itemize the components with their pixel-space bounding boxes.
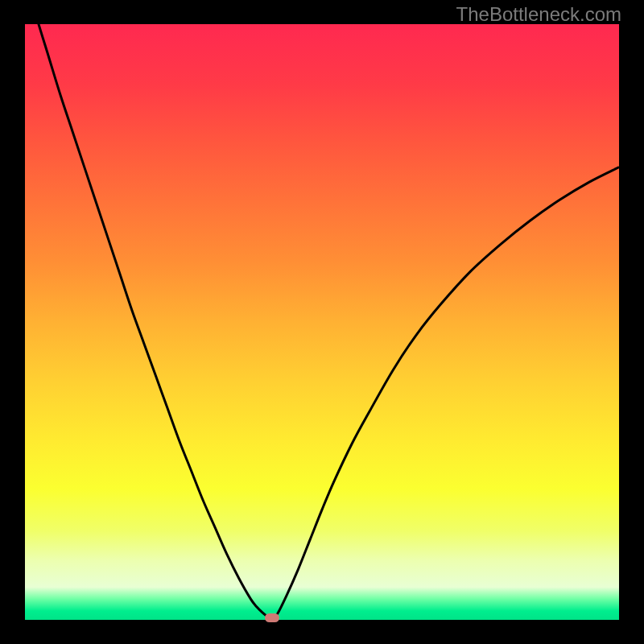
chart-frame: TheBottleneck.com bbox=[0, 0, 644, 644]
curve-layer bbox=[25, 24, 619, 620]
minimum-marker bbox=[265, 613, 279, 622]
watermark-text: TheBottleneck.com bbox=[456, 3, 621, 26]
bottleneck-curve bbox=[25, 24, 619, 620]
